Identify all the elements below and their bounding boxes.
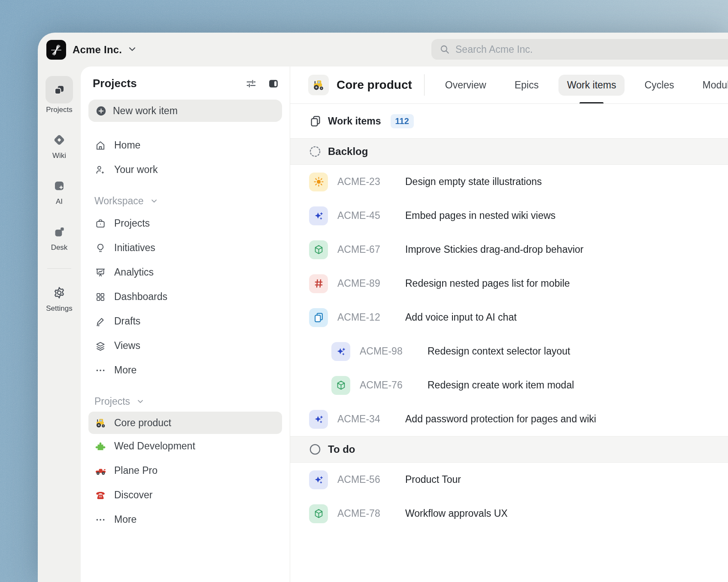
user-sparkle-icon: [94, 164, 106, 176]
work-item-id: ACME-89: [337, 278, 397, 289]
sidebar-title: Projects: [93, 77, 235, 90]
home-icon: [94, 140, 106, 151]
tab-epics[interactable]: Epics: [506, 75, 547, 96]
wiki-icon: [46, 130, 73, 149]
work-item-id: ACME-78: [337, 508, 397, 519]
workspace-logo[interactable]: [46, 40, 66, 60]
sidebar-item-label: Drafts: [114, 315, 140, 327]
sidebar-item-views[interactable]: Views: [88, 333, 282, 358]
grid-icon: [94, 291, 106, 303]
rail-label: Settings: [46, 304, 72, 313]
work-item-row[interactable]: ACME-45 Embed pages in nested wiki views: [290, 199, 728, 233]
sidebar-item-label: Plane Pro: [114, 465, 158, 476]
sidebar-project-plane-pro[interactable]: Plane Pro: [88, 458, 282, 483]
work-item-title: Add voice input to AI chat: [405, 312, 517, 323]
rail-item-wiki[interactable]: Wiki: [46, 130, 73, 160]
tab-work-items[interactable]: Work items: [558, 75, 625, 96]
sidebar-item-your-work[interactable]: Your work: [88, 158, 282, 182]
sidebar-item-home[interactable]: Home: [88, 133, 282, 158]
rail-item-ai[interactable]: AI: [46, 176, 73, 206]
rail-label: Desk: [51, 243, 68, 252]
telephone-emoji: [94, 490, 106, 501]
sidebar-item-initiatives[interactable]: Initiatives: [88, 236, 282, 260]
filter-sliders-icon[interactable]: [245, 78, 257, 90]
layers-icon: [94, 340, 106, 352]
project-header: Core product Overview Epics Work items C…: [290, 67, 728, 104]
app-window: Acme Inc. Search Acme Inc. Projects: [38, 33, 728, 582]
section-header-workspace[interactable]: Workspace: [88, 191, 282, 211]
sparkles-icon: [309, 206, 328, 225]
workspace-name[interactable]: Acme Inc.: [73, 44, 122, 56]
new-work-item-label: New work item: [113, 105, 178, 117]
work-item-title: Design empty state illustrations: [405, 176, 542, 188]
work-item-row[interactable]: ACME-78 Workflow approvals UX: [290, 497, 728, 530]
plus-circle-icon: [95, 105, 107, 117]
rail-item-settings[interactable]: Settings: [46, 283, 73, 313]
search-input[interactable]: Search Acme Inc.: [431, 39, 728, 60]
circle-icon: [309, 443, 321, 455]
workspace-chevron-down-icon[interactable]: [127, 44, 137, 56]
race-car-emoji: [94, 465, 106, 476]
rail-label: Wiki: [52, 152, 66, 160]
work-item-row-sub[interactable]: ACME-76 Redesign create work item modal: [290, 368, 728, 402]
hash-icon: [309, 274, 328, 293]
pen-icon: [94, 316, 106, 327]
main-panel: Core product Overview Epics Work items C…: [290, 67, 728, 582]
work-item-id: ACME-67: [337, 244, 397, 255]
top-bar: Acme Inc. Search Acme Inc.: [38, 33, 728, 67]
ai-icon: [46, 176, 73, 195]
project-tabs: Overview Epics Work items Cycles Modules: [437, 75, 728, 96]
work-item-title: Redesign context selector layout: [428, 346, 570, 357]
group-header-backlog[interactable]: Backlog: [290, 138, 728, 165]
search-icon: [439, 44, 450, 55]
search-placeholder: Search Acme Inc.: [455, 44, 533, 55]
sidebar-item-projects[interactable]: Projects: [88, 211, 282, 236]
tab-cycles[interactable]: Cycles: [636, 75, 682, 96]
work-item-row[interactable]: ACME-34 Add password protection for page…: [290, 402, 728, 436]
sidebar-item-analytics[interactable]: Analytics: [88, 260, 282, 285]
sidebar-project-core-product[interactable]: Core product: [88, 412, 282, 434]
project-title: Core product: [337, 78, 412, 92]
sidebar-item-label: Dashboards: [114, 291, 167, 303]
desk-icon: [46, 222, 73, 241]
work-item-row[interactable]: ACME-56 Product Tour: [290, 463, 728, 497]
lightbulb-icon: [94, 242, 106, 254]
work-item-row[interactable]: ACME-67 Improve Stickies drag-and-drop b…: [290, 233, 728, 267]
cube-icon: [331, 376, 350, 395]
starburst-icon: [50, 43, 63, 56]
briefcase-icon: [94, 218, 106, 229]
sidebar-project-discover[interactable]: Discover: [88, 483, 282, 507]
sidebar-project-wed-development[interactable]: Wed Development: [88, 434, 282, 458]
ellipsis-icon: [94, 514, 106, 525]
ellipsis-icon: [94, 365, 106, 376]
work-item-row[interactable]: ACME-23 Design empty state illustrations: [290, 165, 728, 199]
sidebar-item-more[interactable]: More: [88, 358, 282, 382]
section-header-projects[interactable]: Projects: [88, 391, 282, 412]
work-item-id: ACME-23: [337, 176, 397, 188]
sidebar-item-label: More: [114, 514, 136, 525]
sun-icon: [309, 173, 328, 191]
group-header-todo[interactable]: To do: [290, 436, 728, 463]
rail-item-desk[interactable]: Desk: [46, 222, 73, 252]
group-label: To do: [328, 443, 355, 455]
work-item-row[interactable]: ACME-12 Add voice input to AI chat: [290, 300, 728, 334]
new-work-item-button[interactable]: New work item: [88, 100, 282, 122]
ai-pages-icon: [309, 308, 328, 327]
work-item-title: Improve Stickies drag-and-drop behavior: [405, 244, 583, 255]
section-label: Workspace: [94, 195, 144, 207]
sidebar-item-drafts[interactable]: Drafts: [88, 309, 282, 333]
work-items-stack-icon: [309, 115, 322, 127]
sidebar-item-dashboards[interactable]: Dashboards: [88, 285, 282, 309]
rail-item-projects[interactable]: Projects: [46, 76, 73, 114]
sidebar-item-label: Projects: [114, 218, 150, 229]
sidebar-item-label: Views: [114, 340, 140, 352]
work-item-row[interactable]: ACME-89 Redesign nested pages list for m…: [290, 267, 728, 300]
sidebar-item-more-projects[interactable]: More: [88, 507, 282, 532]
sidebar-toggle-icon[interactable]: [267, 78, 279, 90]
sidebar-item-label: Analytics: [114, 267, 154, 278]
cube-icon: [309, 240, 328, 259]
work-item-row-sub[interactable]: ACME-98 Redesign context selector layout: [290, 334, 728, 368]
sidebar-header: Projects: [88, 77, 282, 90]
tab-overview[interactable]: Overview: [437, 75, 495, 96]
tab-modules[interactable]: Modules: [694, 75, 728, 96]
